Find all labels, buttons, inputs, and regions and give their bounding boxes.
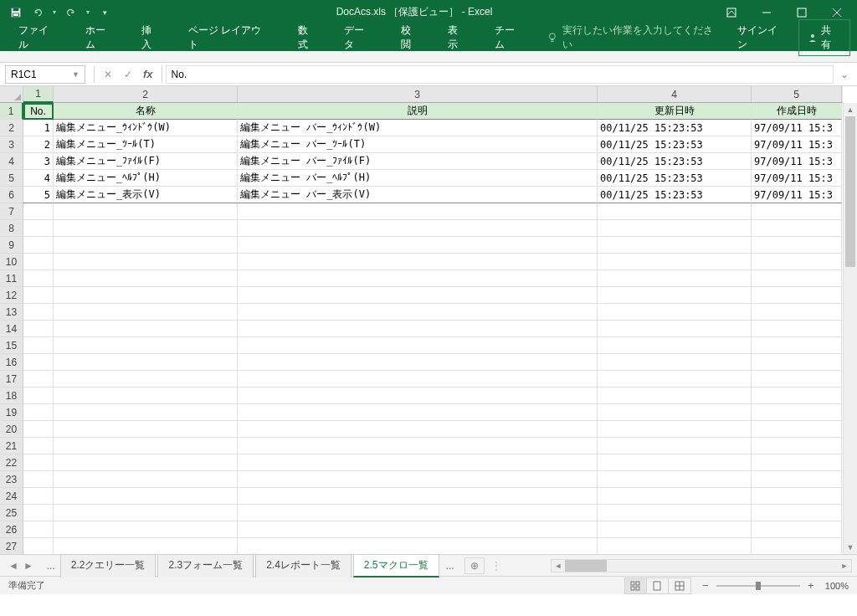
sheet-overflow-right[interactable]: ... [441, 560, 459, 572]
empty-cell[interactable] [23, 270, 54, 287]
empty-cell[interactable] [54, 505, 238, 521]
data-cell[interactable]: 編集メニュー バー_ｳｨﾝﾄﾞｳ(W) [238, 120, 598, 136]
empty-cell[interactable] [23, 454, 54, 471]
empty-cell[interactable] [598, 337, 752, 354]
data-cell[interactable]: 編集メニュー_ﾍﾙﾌﾟ(H) [54, 170, 238, 187]
row-header-4[interactable]: 4 [0, 153, 23, 170]
empty-cell[interactable] [23, 521, 54, 538]
empty-cell[interactable] [752, 438, 842, 454]
empty-cell[interactable] [23, 388, 54, 404]
empty-cell[interactable] [598, 237, 752, 254]
view-normal-button[interactable] [625, 578, 647, 593]
empty-cell[interactable] [752, 304, 842, 321]
row-header-18[interactable]: 18 [0, 388, 23, 404]
enter-formula-button[interactable]: ✓ [118, 65, 138, 84]
fx-icon[interactable]: fx [143, 68, 153, 80]
empty-cell[interactable] [23, 371, 54, 388]
data-cell[interactable]: 編集メニュー_ｳｨﾝﾄﾞｳ(W) [54, 120, 238, 136]
tab-review[interactable]: 校閲 [389, 18, 433, 57]
spreadsheet-grid[interactable]: 1 2 3 4 5 123456789101112131415161718192… [0, 86, 857, 554]
empty-cell[interactable] [752, 321, 842, 337]
empty-cell[interactable] [54, 321, 238, 337]
row-header-1[interactable]: 1 [0, 103, 23, 120]
tab-data[interactable]: データ [332, 18, 386, 57]
data-cell[interactable]: 編集メニュー_ﾌｧｲﾙ(F) [54, 153, 238, 170]
formula-input[interactable]: No. [166, 65, 834, 84]
empty-cell[interactable] [23, 438, 54, 454]
empty-cell[interactable] [23, 237, 54, 254]
row-header-14[interactable]: 14 [0, 321, 23, 337]
empty-cell[interactable] [23, 304, 54, 321]
zoom-track[interactable] [716, 585, 800, 587]
empty-cell[interactable] [598, 287, 752, 304]
empty-cell[interactable] [598, 304, 752, 321]
empty-cell[interactable] [23, 538, 54, 554]
tab-file[interactable]: ファイル [7, 18, 70, 57]
header-cell[interactable]: 説明 [238, 103, 598, 120]
data-cell[interactable]: 編集メニュー バー_表示(V) [238, 187, 598, 203]
data-cell[interactable]: 編集メニュー バー_ﾌｧｲﾙ(F) [238, 153, 598, 170]
empty-cell[interactable] [54, 270, 238, 287]
empty-cell[interactable] [23, 404, 54, 421]
vertical-scrollbar[interactable]: ▲ ▼ [843, 103, 857, 554]
empty-cell[interactable] [752, 454, 842, 471]
data-cell[interactable]: 編集メニュー_表示(V) [54, 187, 238, 203]
empty-cell[interactable] [598, 388, 752, 404]
data-cell[interactable]: 5 [23, 187, 54, 203]
cells-area[interactable]: No.名称説明更新日時作成日時1編集メニュー_ｳｨﾝﾄﾞｳ(W)編集メニュー バ… [23, 103, 843, 554]
empty-cell[interactable] [752, 421, 842, 438]
empty-cell[interactable] [238, 304, 598, 321]
empty-cell[interactable] [598, 270, 752, 287]
empty-cell[interactable] [752, 220, 842, 237]
zoom-out-button[interactable]: − [700, 579, 711, 592]
tab-formulas[interactable]: 数式 [286, 18, 330, 57]
row-header-24[interactable]: 24 [0, 488, 23, 505]
empty-cell[interactable] [598, 371, 752, 388]
empty-cell[interactable] [54, 471, 238, 488]
empty-cell[interactable] [238, 404, 598, 421]
data-cell[interactable]: 編集メニュー バー_ﾂｰﾙ(T) [238, 136, 598, 153]
data-cell[interactable]: 2 [23, 136, 54, 153]
data-cell[interactable]: 4 [23, 170, 54, 187]
empty-cell[interactable] [238, 220, 598, 237]
empty-cell[interactable] [598, 354, 752, 371]
data-cell[interactable]: 00/11/25 15:23:53 [598, 153, 752, 170]
empty-cell[interactable] [752, 337, 842, 354]
tab-insert[interactable]: 挿入 [130, 18, 173, 57]
tab-pagelayout[interactable]: ページ レイアウト [177, 18, 283, 57]
empty-cell[interactable] [54, 521, 238, 538]
view-pagebreak-button[interactable] [669, 578, 690, 593]
sheet-tab[interactable]: 2.3フォーム一覧 [157, 554, 254, 578]
empty-cell[interactable] [238, 521, 598, 538]
sheet-tab[interactable]: 2.4レポート一覧 [255, 554, 352, 578]
empty-cell[interactable] [23, 337, 54, 354]
empty-cell[interactable] [23, 203, 54, 220]
empty-cell[interactable] [23, 254, 54, 270]
empty-cell[interactable] [238, 287, 598, 304]
empty-cell[interactable] [752, 505, 842, 521]
col-header-2[interactable]: 2 [54, 86, 238, 102]
empty-cell[interactable] [238, 203, 598, 220]
empty-cell[interactable] [238, 237, 598, 254]
header-cell[interactable]: 更新日時 [598, 103, 752, 120]
data-cell[interactable]: 3 [23, 153, 54, 170]
empty-cell[interactable] [238, 321, 598, 337]
zoom-handle[interactable] [756, 582, 761, 590]
row-header-27[interactable]: 27 [0, 538, 23, 554]
row-header-7[interactable]: 7 [0, 203, 23, 220]
empty-cell[interactable] [54, 254, 238, 270]
empty-cell[interactable] [598, 203, 752, 220]
row-header-5[interactable]: 5 [0, 170, 23, 187]
empty-cell[interactable] [752, 404, 842, 421]
empty-cell[interactable] [23, 505, 54, 521]
empty-cell[interactable] [752, 203, 842, 220]
empty-cell[interactable] [598, 421, 752, 438]
empty-cell[interactable] [752, 287, 842, 304]
new-sheet-button[interactable]: ⊕ [464, 557, 485, 574]
empty-cell[interactable] [23, 287, 54, 304]
empty-cell[interactable] [23, 488, 54, 505]
scroll-right-button[interactable]: ► [838, 562, 851, 570]
data-cell[interactable]: 編集メニュー バー_ﾍﾙﾌﾟ(H) [238, 170, 598, 187]
row-header-11[interactable]: 11 [0, 270, 23, 287]
empty-cell[interactable] [238, 454, 598, 471]
